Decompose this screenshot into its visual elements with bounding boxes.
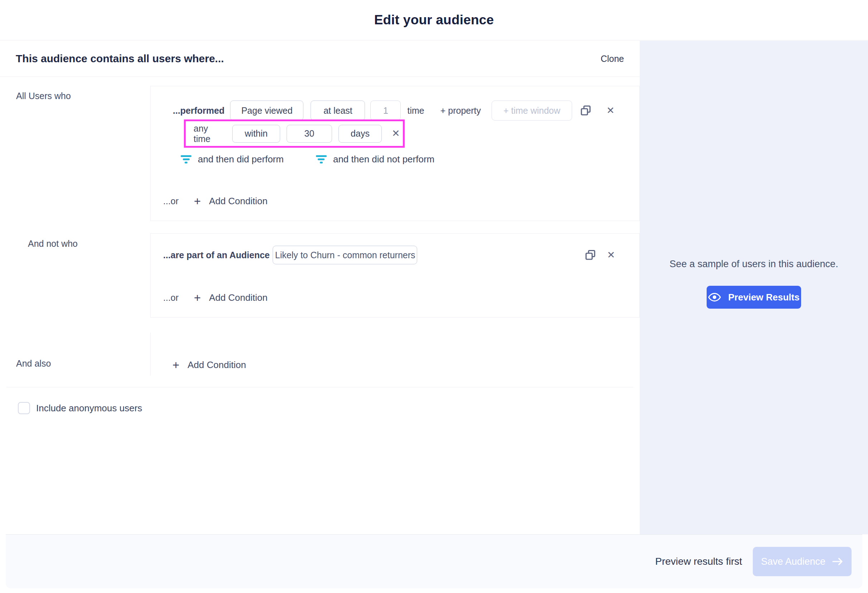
audience-builder: This audience contains all users where..… (0, 41, 640, 534)
or-label: ...or (163, 196, 179, 207)
add-condition-button[interactable]: + Add Condition (194, 292, 268, 304)
add-condition-label: Add Condition (209, 292, 267, 303)
preview-message: See a sample of users in this audience. (665, 255, 843, 273)
eye-icon (708, 292, 721, 302)
anonymous-users-row: Include anonymous users (18, 402, 142, 414)
add-condition-button[interactable]: + Add Condition (173, 357, 246, 373)
plus-icon: + (173, 359, 179, 371)
then-did-perform-button[interactable]: and then did perform (181, 154, 284, 165)
time-suffix-label: time (407, 106, 424, 116)
sequence-row: and then did perform and then did not pe… (181, 151, 434, 167)
any-time-label: any time (193, 123, 226, 144)
then-did-perform-label: and then did perform (198, 154, 284, 165)
time-filter-highlight: any time within days ✕ (184, 119, 404, 148)
and-also-label: And also (16, 358, 51, 369)
anonymous-users-checkbox[interactable] (18, 402, 30, 414)
section-divider (6, 387, 633, 387)
save-hint: Preview results first (655, 556, 742, 567)
page-title: Edit your audience (374, 13, 494, 28)
copy-icon (580, 105, 592, 116)
preview-results-button[interactable]: Preview Results (707, 286, 801, 309)
modal-header: Edit your audience (0, 0, 868, 40)
preview-panel-content: See a sample of users in this audience. … (640, 255, 868, 309)
builder-heading: This audience contains all users where..… (16, 53, 224, 65)
save-audience-label: Save Audience (761, 556, 825, 567)
anonymous-users-label: Include anonymous users (36, 403, 142, 414)
time-unit-button[interactable]: days (338, 125, 382, 143)
remove-time-filter-icon[interactable]: ✕ (392, 129, 400, 139)
copy-icon (585, 249, 596, 261)
count-input[interactable] (370, 100, 401, 121)
time-comparator-button[interactable]: within (232, 125, 280, 143)
then-did-not-perform-button[interactable]: and then did not perform (316, 154, 434, 165)
or-label: ...or (163, 292, 179, 303)
audience-prefix: ...are part of an Audience (163, 250, 270, 260)
plus-icon: + (194, 195, 201, 207)
plus-icon: + (194, 292, 201, 304)
event-condition-card: ...performed Page viewed at least time +… (150, 86, 640, 221)
funnel-icon (181, 155, 192, 164)
audience-condition-row: ...are part of an Audience Likely to Chu… (163, 244, 635, 266)
add-condition-label: Add Condition (209, 196, 267, 207)
or-add-condition-row: ...or + Add Condition (163, 193, 268, 209)
footer-bar: Preview results first Save Audience (6, 534, 862, 589)
add-condition-button[interactable]: + Add Condition (194, 195, 268, 207)
time-value-input[interactable] (286, 125, 332, 143)
duplicate-condition-icon[interactable] (580, 105, 592, 116)
time-window-input[interactable] (492, 100, 572, 121)
performed-prefix: ...performed (173, 106, 224, 116)
operator-select-button[interactable]: at least (311, 100, 365, 121)
then-did-not-perform-label: and then did not perform (333, 154, 434, 165)
event-select-button[interactable]: Page viewed (230, 100, 303, 121)
builder-header-row: This audience contains all users where..… (0, 41, 640, 77)
and-not-who-label: And not who (28, 239, 78, 249)
preview-results-label: Preview Results (728, 292, 799, 303)
add-condition-label: Add Condition (187, 360, 246, 370)
save-audience-button[interactable]: Save Audience (753, 547, 852, 576)
audience-condition-card: ...are part of an Audience Likely to Chu… (150, 233, 640, 318)
event-condition-row: ...performed Page viewed at least time +… (173, 100, 615, 121)
clone-button[interactable]: Clone (601, 54, 624, 64)
and-also-divider (150, 333, 151, 376)
duplicate-condition-icon[interactable] (585, 249, 596, 261)
edit-audience-modal: Edit your audience This audience contain… (0, 0, 868, 593)
remove-condition-icon[interactable]: ✕ (607, 250, 615, 260)
all-users-label: All Users who (16, 91, 71, 101)
add-property-button[interactable]: + property (440, 106, 481, 116)
or-add-condition-row: ...or + Add Condition (163, 289, 268, 306)
remove-condition-icon[interactable]: ✕ (607, 106, 615, 115)
arrow-right-icon (832, 557, 843, 566)
funnel-icon (316, 155, 327, 164)
preview-panel: See a sample of users in this audience. … (640, 41, 868, 534)
audience-select[interactable]: Likely to Churn - common returners (273, 246, 417, 264)
